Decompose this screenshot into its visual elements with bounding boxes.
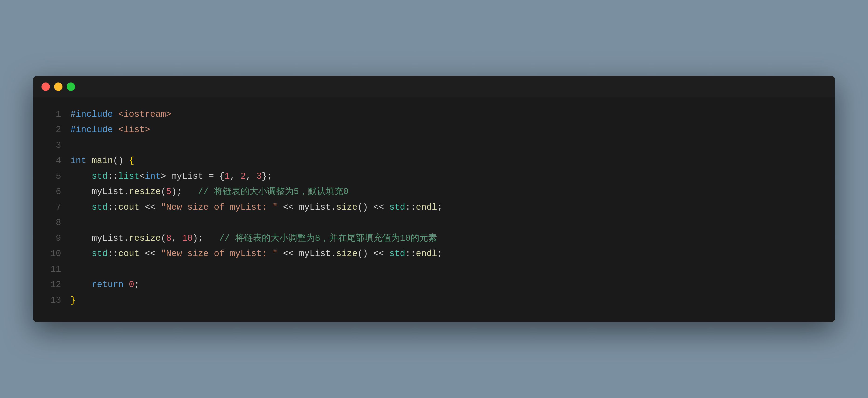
code-content-6: myList.resize(5); // 将链表的大小调整为5，默认填充0 bbox=[70, 184, 348, 200]
line-number-9: 9 bbox=[47, 231, 61, 246]
code-content-4: int main() { bbox=[70, 153, 134, 169]
code-line-9: 9 myList.resize(8, 10); // 将链表的大小调整为8，并在… bbox=[47, 231, 821, 246]
line-number-2: 2 bbox=[47, 122, 61, 138]
code-line-3: 3 bbox=[47, 138, 821, 153]
code-content-12: return 0; bbox=[70, 277, 140, 293]
code-area: 1 #include <iostream> 2 #include <list> … bbox=[33, 97, 835, 322]
line-number-1: 1 bbox=[47, 107, 61, 122]
line-number-4: 4 bbox=[47, 153, 61, 169]
code-content-5: std::list<int> myList = {1, 2, 3}; bbox=[70, 169, 273, 184]
minimize-button[interactable] bbox=[54, 83, 62, 91]
line-number-5: 5 bbox=[47, 169, 61, 184]
code-content-7: std::cout << "New size of myList: " << m… bbox=[70, 200, 442, 215]
code-content-8 bbox=[70, 215, 76, 231]
code-line-12: 12 return 0; bbox=[47, 277, 821, 293]
code-line-2: 2 #include <list> bbox=[47, 122, 821, 138]
line-number-11: 11 bbox=[47, 262, 61, 277]
line-number-3: 3 bbox=[47, 138, 61, 153]
code-editor-window: 1 #include <iostream> 2 #include <list> … bbox=[33, 76, 835, 322]
line-number-10: 10 bbox=[47, 246, 61, 262]
code-line-1: 1 #include <iostream> bbox=[47, 107, 821, 122]
code-line-10: 10 std::cout << "New size of myList: " <… bbox=[47, 246, 821, 262]
code-content-13: } bbox=[70, 293, 76, 308]
code-line-6: 6 myList.resize(5); // 将链表的大小调整为5，默认填充0 bbox=[47, 184, 821, 200]
code-content-11 bbox=[70, 262, 76, 277]
line-number-8: 8 bbox=[47, 215, 61, 231]
line-number-7: 7 bbox=[47, 200, 61, 215]
code-line-11: 11 bbox=[47, 262, 821, 277]
maximize-button[interactable] bbox=[67, 83, 75, 91]
code-line-5: 5 std::list<int> myList = {1, 2, 3}; bbox=[47, 169, 821, 184]
code-content-2: #include <list> bbox=[70, 122, 150, 138]
titlebar bbox=[33, 76, 835, 97]
code-line-8: 8 bbox=[47, 215, 821, 231]
code-line-13: 13 } bbox=[47, 293, 821, 308]
code-line-4: 4 int main() { bbox=[47, 153, 821, 169]
line-number-13: 13 bbox=[47, 293, 61, 308]
code-content-1: #include <iostream> bbox=[70, 107, 171, 122]
line-number-6: 6 bbox=[47, 184, 61, 200]
code-content-3 bbox=[70, 138, 76, 153]
close-button[interactable] bbox=[41, 83, 50, 91]
code-content-10: std::cout << "New size of myList: " << m… bbox=[70, 246, 442, 262]
code-line-7: 7 std::cout << "New size of myList: " <<… bbox=[47, 200, 821, 215]
line-number-12: 12 bbox=[47, 277, 61, 293]
code-content-9: myList.resize(8, 10); // 将链表的大小调整为8，并在尾部… bbox=[70, 231, 437, 246]
